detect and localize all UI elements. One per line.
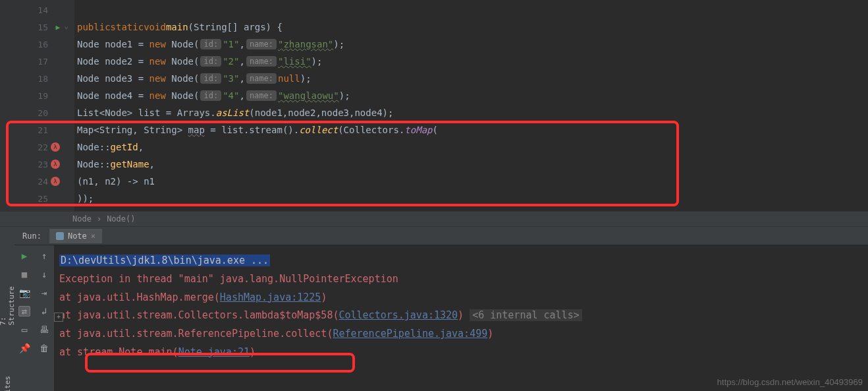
pin-icon[interactable]: 📌 — [19, 343, 30, 353]
run-tab-label: Note — [68, 231, 87, 241]
down-arrow-icon[interactable]: ↓ — [39, 269, 49, 280]
run-gutter-icon[interactable]: ▶ — [55, 23, 60, 32]
toggle-icon[interactable]: ⇄ — [18, 306, 30, 316]
code-line: Map<String, String> map = list.stream().… — [74, 121, 868, 138]
structure-tab[interactable]: 7: Structure — [0, 286, 16, 326]
rerun-icon[interactable]: ▶ — [19, 251, 30, 261]
run-toolbar-primary: ▶ ■ 📷 ⇄ ▭ 📌 — [14, 245, 34, 391]
trash-icon[interactable]: 🗑 — [39, 343, 49, 353]
run-header: Run: Note × — [14, 227, 868, 245]
code-line: Node::getId, — [74, 138, 868, 156]
left-sidebar-tabs: 7: Structure avorites — [0, 227, 14, 391]
console-line-error: at java.util.stream.Collectors.lambda$to… — [59, 307, 863, 325]
line-number: 22λ — [0, 138, 63, 156]
code-line: Node node3 = new Node(id:"3",name:null); — [74, 70, 868, 87]
line-number: 21 — [0, 121, 63, 138]
line-number: 24λ — [0, 173, 63, 190]
stacktrace-link[interactable]: Note.java:21 — [178, 346, 250, 358]
console-output[interactable]: + D:\devUtils\jdk1.8\bin\java.exe ... Ex… — [54, 245, 868, 391]
run-tab-icon — [56, 232, 64, 240]
run-body: Run: Note × ▶ ■ 📷 ⇄ ▭ 📌 ↑ ↓ ⇥ ↲ 🖶 — [14, 227, 868, 391]
fold-marker-icon[interactable]: ⌄ — [64, 21, 70, 28]
breadcrumb: Node › Node() — [0, 211, 868, 227]
internal-calls-badge[interactable]: <6 internal calls> — [470, 309, 582, 321]
line-number: 14 — [0, 1, 63, 18]
favorites-tab[interactable]: avorites — [3, 376, 12, 391]
line-number: 17 — [0, 53, 63, 70]
run-label: Run: — [14, 231, 49, 241]
code-area[interactable]: public static void main(String[] args) {… — [74, 0, 868, 211]
code-line: Node node1 = new Node(id:"1",name:"zhang… — [74, 36, 868, 53]
console-line-error: Exception in thread "main" java.lang.Nul… — [59, 270, 863, 289]
code-line: Node::getName, — [74, 156, 868, 173]
stacktrace-link[interactable]: HashMap.java:1225 — [220, 291, 321, 303]
line-number: 15▶ — [0, 18, 63, 36]
line-number: 18 — [0, 70, 63, 87]
run-panel: 7: Structure avorites Run: Note × ▶ ■ 📷 … — [0, 227, 868, 391]
lambda-gutter-icon[interactable]: λ — [51, 177, 60, 186]
code-line — [74, 1, 868, 18]
stop-icon[interactable]: ■ — [19, 269, 30, 280]
layout-icon[interactable]: ▭ — [19, 324, 30, 335]
line-number: 25 — [0, 190, 63, 207]
wrap-icon[interactable]: ↲ — [39, 306, 49, 316]
code-line: )); — [74, 190, 868, 207]
breadcrumb-item[interactable]: Node() — [107, 214, 135, 224]
code-line: Node node4 = new Node(id:"4",name:"wangl… — [74, 87, 868, 104]
stacktrace-link[interactable]: Collectors.java:1320 — [339, 309, 458, 321]
console-line-error: at java.util.stream.ReferencePipeline.co… — [59, 325, 863, 344]
print-icon[interactable]: 🖶 — [39, 324, 49, 335]
line-number: 16 — [0, 36, 63, 53]
code-line: public static void main(String[] args) { — [74, 18, 868, 36]
breadcrumb-separator: › — [97, 214, 101, 224]
editor-area: 14 15▶ 16 17 18 19 20 21 22λ 23λ 24λ 25 … — [0, 0, 868, 211]
code-line: Node node2 = new Node(id:"2",name:"lisi"… — [74, 53, 868, 70]
run-tab[interactable]: Note × — [49, 229, 102, 243]
line-number: 19 — [0, 87, 63, 104]
camera-icon[interactable]: 📷 — [19, 287, 30, 298]
console-line-error: at stream.Note.main(Note.java:21) — [59, 344, 863, 362]
line-number-gutter: 14 15▶ 16 17 18 19 20 21 22λ 23λ 24λ 25 — [0, 0, 63, 211]
line-number: 23λ — [0, 156, 63, 173]
code-line: (n1, n2) -> n1 — [74, 173, 868, 190]
expand-icon[interactable]: + — [54, 313, 63, 322]
run-toolbar-secondary: ↑ ↓ ⇥ ↲ 🖶 🗑 — [34, 245, 54, 391]
lambda-gutter-icon[interactable]: λ — [51, 142, 60, 152]
lambda-gutter-icon[interactable]: λ — [51, 160, 60, 169]
export-icon[interactable]: ⇥ — [39, 287, 49, 298]
breadcrumb-item[interactable]: Node — [72, 214, 92, 224]
watermark: https://blog.csdn.net/weixin_40493969 — [717, 377, 863, 387]
up-arrow-icon[interactable]: ↑ — [39, 251, 49, 261]
fold-column: ⌄ — [63, 0, 74, 211]
console-line: D:\devUtils\jdk1.8\bin\java.exe ... — [59, 252, 863, 270]
code-line: List<Node> list = Arrays.asList(node1,no… — [74, 104, 868, 121]
console-line-error: at java.util.HashMap.merge(HashMap.java:… — [59, 289, 863, 307]
close-icon[interactable]: × — [91, 231, 95, 241]
stacktrace-link[interactable]: ReferencePipeline.java:499 — [333, 328, 487, 340]
line-number: 20 — [0, 104, 63, 121]
run-content: ▶ ■ 📷 ⇄ ▭ 📌 ↑ ↓ ⇥ ↲ 🖶 🗑 + D:\devUtils\jd… — [14, 245, 868, 391]
